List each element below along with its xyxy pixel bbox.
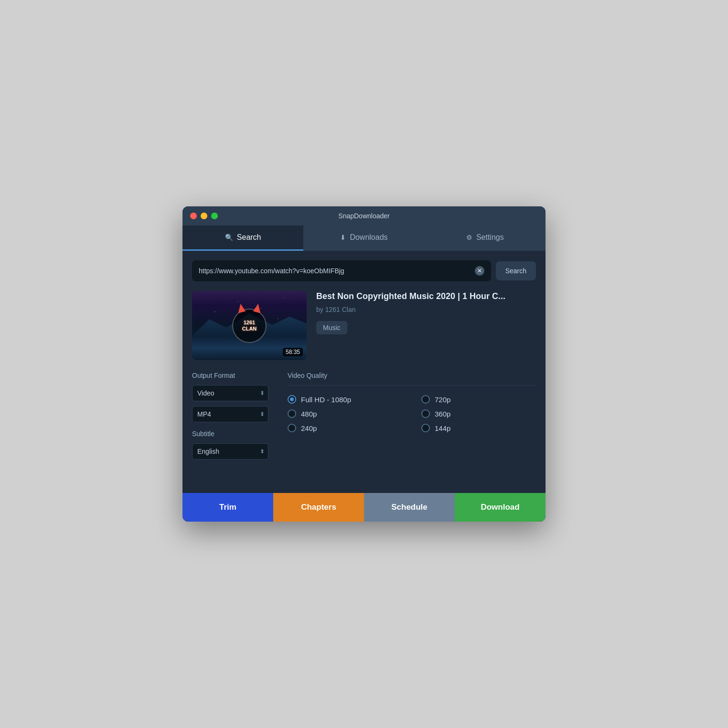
clan-ears <box>233 304 266 312</box>
titlebar: SnapDownloader <box>182 206 546 225</box>
video-tag: Music <box>316 321 347 334</box>
maximize-button[interactable] <box>211 213 218 219</box>
quality-option-240p[interactable]: 240p <box>288 424 402 432</box>
tab-settings-label: Settings <box>476 233 504 242</box>
quality-option-144p[interactable]: 144p <box>421 424 536 432</box>
radio-1080p[interactable] <box>288 395 296 404</box>
clan-ear-right <box>253 303 263 313</box>
subtitle-label: Subtitle <box>192 430 268 438</box>
quality-label-360p: 360p <box>435 410 450 418</box>
url-input-wrapper: ✕ <box>192 260 491 281</box>
minimize-button[interactable] <box>201 213 207 219</box>
main-content: ✕ Search 1261 <box>182 251 546 483</box>
traffic-lights <box>190 213 218 219</box>
schedule-button[interactable]: Schedule <box>364 493 455 522</box>
format-select[interactable]: MP4 MKV AVI MOV <box>192 406 268 422</box>
tab-search[interactable]: 🔍 Search <box>182 225 303 251</box>
url-input[interactable] <box>199 267 475 275</box>
duration-badge: 58:35 <box>283 348 303 356</box>
quality-option-1080p[interactable]: Full HD - 1080p <box>288 395 402 404</box>
output-format-label: Output Format <box>192 372 268 379</box>
quality-label-720p: 720p <box>435 396 450 404</box>
radio-480p[interactable] <box>288 409 296 418</box>
quality-label-1080p: Full HD - 1080p <box>301 396 351 404</box>
quality-section: Video Quality Full HD - 1080p 720p 480p <box>288 372 536 464</box>
radio-240p[interactable] <box>288 424 296 432</box>
quality-label-144p: 144p <box>435 424 450 432</box>
format-section: Output Format Video Audio MP3 ⬍ MP4 MKV … <box>192 372 268 464</box>
download-button[interactable]: Download <box>455 493 546 522</box>
format-quality-section: Output Format Video Audio MP3 ⬍ MP4 MKV … <box>192 372 536 464</box>
radio-360p[interactable] <box>421 409 430 418</box>
trim-button[interactable]: Trim <box>182 493 273 522</box>
video-channel: by 1261 Clan <box>316 306 536 313</box>
quality-option-480p[interactable]: 480p <box>288 409 402 418</box>
video-thumbnail: 1261 CLAN 58:35 <box>192 291 307 360</box>
video-section: 1261 CLAN 58:35 Best Non Copyrighted Mus… <box>192 291 536 360</box>
bottom-buttons: Trim Chapters Schedule Download <box>182 493 546 522</box>
app-title: SnapDownloader <box>338 212 389 220</box>
tab-search-label: Search <box>237 233 261 242</box>
tab-downloads[interactable]: ⬇ Downloads <box>303 225 424 251</box>
close-button[interactable] <box>190 213 197 219</box>
clear-button[interactable]: ✕ <box>475 266 484 276</box>
quality-label-480p: 480p <box>301 410 317 418</box>
radio-720p[interactable] <box>421 395 430 404</box>
radio-144p[interactable] <box>421 424 430 432</box>
quality-option-720p[interactable]: 720p <box>421 395 536 404</box>
clan-logo: 1261 CLAN <box>230 307 268 345</box>
search-tab-icon: 🔍 <box>225 234 233 241</box>
subtitle-select-wrapper: English None Spanish French ⬍ <box>192 443 268 460</box>
type-select[interactable]: Video Audio MP3 <box>192 385 268 401</box>
subtitle-section: Subtitle English None Spanish French ⬍ <box>192 430 268 460</box>
chapters-button[interactable]: Chapters <box>273 493 364 522</box>
tab-bar: 🔍 Search ⬇ Downloads ⚙ Settings <box>182 225 546 251</box>
clan-circle: 1261 CLAN <box>232 309 267 343</box>
tab-settings[interactable]: ⚙ Settings <box>425 225 546 251</box>
video-info: Best Non Copyrighted Music 2020 | 1 Hour… <box>316 291 536 360</box>
quality-option-360p[interactable]: 360p <box>421 409 536 418</box>
quality-divider <box>288 385 536 385</box>
tab-downloads-label: Downloads <box>350 233 387 242</box>
video-quality-label: Video Quality <box>288 372 536 379</box>
app-window: SnapDownloader 🔍 Search ⬇ Downloads ⚙ Se… <box>182 206 546 522</box>
quality-options: Full HD - 1080p 720p 480p 360p <box>288 395 536 432</box>
type-select-wrapper: Video Audio MP3 ⬍ <box>192 385 268 401</box>
search-button[interactable]: Search <box>496 261 536 280</box>
settings-tab-icon: ⚙ <box>466 234 472 241</box>
search-bar: ✕ Search <box>192 260 536 281</box>
subtitle-select[interactable]: English None Spanish French <box>192 443 268 460</box>
clan-ear-left <box>236 303 246 313</box>
format-select-wrapper: MP4 MKV AVI MOV ⬍ <box>192 406 268 422</box>
clan-text: 1261 CLAN <box>242 320 257 331</box>
quality-label-240p: 240p <box>301 424 317 432</box>
downloads-tab-icon: ⬇ <box>340 234 346 241</box>
video-title: Best Non Copyrighted Music 2020 | 1 Hour… <box>316 291 536 302</box>
